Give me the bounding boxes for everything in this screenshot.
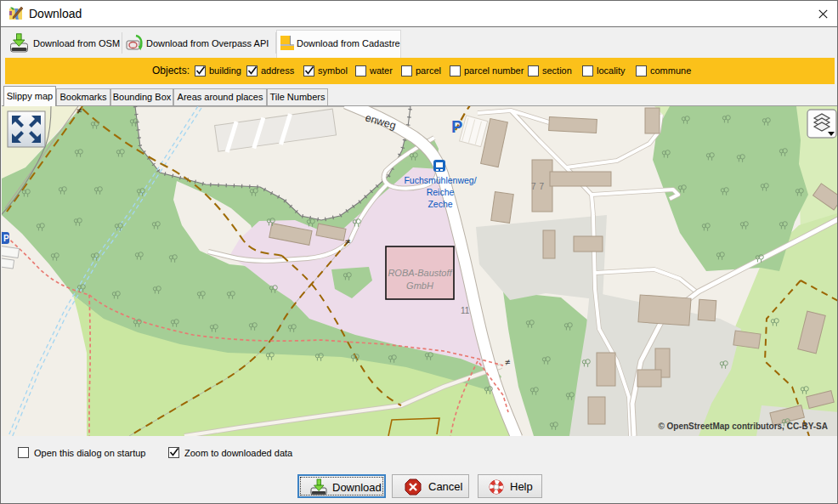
- svg-text:Fuchsmühlenweg/: Fuchsmühlenweg/: [404, 175, 476, 185]
- svg-text:ROBA-Baustoff: ROBA-Baustoff: [388, 268, 452, 278]
- svg-text:≠: ≠: [505, 357, 510, 367]
- svg-text:GmbH: GmbH: [406, 280, 433, 291]
- svg-text:© OpenStreetMap contributors,: © OpenStreetMap contributors, CC-BY-SA: [658, 422, 828, 431]
- svg-text:P: P: [3, 234, 9, 243]
- svg-text:≠: ≠: [76, 106, 82, 116]
- svg-text:7 7: 7 7: [531, 182, 545, 191]
- svg-text:≠: ≠: [345, 236, 350, 246]
- svg-text:11: 11: [461, 306, 470, 315]
- svg-text:Zeche: Zeche: [427, 199, 452, 209]
- svg-text:Reiche: Reiche: [427, 187, 455, 197]
- svg-text:P: P: [451, 117, 462, 136]
